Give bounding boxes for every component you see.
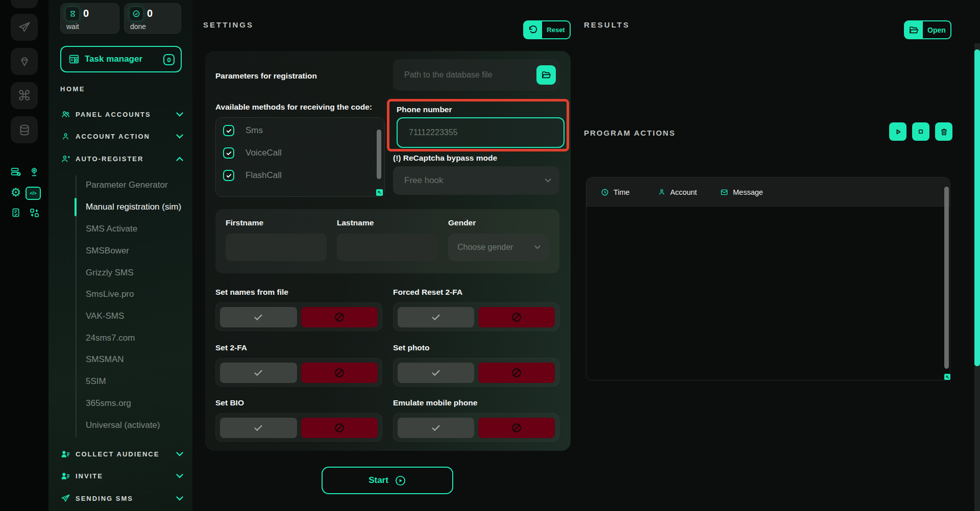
voicecall-checkbox[interactable] (223, 147, 234, 159)
mail-icon (720, 188, 728, 196)
icon-rail: ⌘ ⚙ </> (0, 0, 48, 511)
play-icon (894, 127, 902, 136)
results-title: RESULTS (584, 20, 630, 29)
recaptcha-label: (!) ReCaptcha bypass mode (393, 154, 497, 163)
recaptcha-select[interactable]: Free hook (393, 166, 559, 195)
nav-home[interactable]: HOME (60, 85, 85, 93)
sms-checkbox[interactable] (223, 125, 234, 136)
methods-listbox: Sms VoiceCall FlashCall (215, 117, 385, 197)
gear-icon[interactable]: ⚙ (7, 186, 24, 198)
enable-button[interactable] (220, 307, 297, 327)
enable-button[interactable] (398, 307, 474, 327)
toggle-label-forced-reset-2fa: Forced Reset 2-FA (393, 288, 462, 297)
sidebar-item-panel-accounts[interactable]: PANEL ACCOUNTS (48, 103, 192, 125)
start-button[interactable]: Start (322, 467, 453, 494)
sidebar-item-vak-sms[interactable]: VAK-SMS (86, 308, 188, 325)
app-window: ⌘ ⚙ </> 0 wait 0 done (0, 0, 980, 511)
disable-button[interactable] (301, 418, 378, 438)
settings-title: SETTINGS (203, 20, 254, 29)
stop-actions-button[interactable] (912, 122, 929, 141)
hourglass-icon (66, 7, 79, 20)
sidebar-item-invite[interactable]: INVITE (48, 465, 192, 487)
lastname-input[interactable] (337, 234, 438, 261)
open-button[interactable]: Open (904, 20, 951, 39)
sidebar-item-smslive-pro[interactable]: SmsLive.pro (86, 286, 188, 303)
sidebar-item-collect-audience[interactable]: COLLECT AUDIENCE (48, 443, 192, 465)
open-label: Open (923, 20, 951, 39)
enable-button[interactable] (220, 418, 297, 438)
phone-input[interactable]: 71112223355 (397, 117, 565, 148)
table-resize-grip[interactable] (944, 374, 950, 380)
db-path-input[interactable]: Path to the database file (393, 59, 560, 91)
sidebar-item-manual-registration-sim[interactable]: Manual registration (sim) (86, 198, 188, 216)
sidebar-item-smsman[interactable]: SMSMAN (86, 351, 188, 368)
ban-icon (334, 367, 345, 378)
sidebar-item-auto-register[interactable]: AUTO-REGISTER (48, 147, 192, 170)
doc-check-icon[interactable] (7, 207, 24, 219)
flashcall-checkbox[interactable] (223, 170, 234, 181)
firstname-label: Firstname (226, 218, 263, 227)
disable-button[interactable] (478, 418, 555, 438)
swap-icon[interactable] (26, 207, 43, 219)
task-manager-label: Task manager (85, 54, 142, 64)
toggle-set-bio (215, 413, 382, 442)
command-rail-button[interactable]: ⌘ (11, 82, 38, 109)
table-header-time[interactable]: Time (601, 177, 630, 207)
table-scrollbar[interactable] (944, 187, 949, 369)
reset-button[interactable]: Reset (523, 20, 571, 39)
code-window-icon[interactable]: </> (26, 187, 41, 200)
diamond-rail-button[interactable] (11, 48, 38, 75)
table-header-label: Time (614, 188, 630, 196)
recaptcha-value: Free hook (393, 166, 559, 195)
enable-button[interactable] (220, 363, 297, 383)
lastname-label: Lastname (337, 218, 374, 227)
webcam-icon[interactable] (26, 166, 43, 178)
reset-label: Reset (542, 20, 571, 39)
firstname-input[interactable] (226, 234, 327, 261)
enable-button[interactable] (398, 418, 474, 438)
method-label: Sms (246, 125, 263, 136)
sidebar-item-account-action[interactable]: ACCOUNT ACTION (48, 125, 192, 147)
disable-button[interactable] (478, 307, 555, 327)
sidebar-item-sending-sms[interactable]: SENDING SMS (48, 487, 192, 509)
chevron-down-icon (545, 178, 551, 183)
table-header-account[interactable]: Account (658, 177, 697, 207)
clear-actions-button[interactable] (935, 122, 952, 141)
run-actions-button[interactable] (889, 122, 906, 141)
wait-counter: 0 wait (60, 3, 119, 34)
sidebar-item-365sms[interactable]: 365sms.org (86, 395, 188, 412)
table-header-message[interactable]: Message (720, 177, 763, 207)
page-scrollbar-thumb[interactable] (974, 49, 980, 366)
send-icon (60, 494, 70, 503)
disable-button[interactable] (478, 363, 555, 383)
browse-db-button[interactable] (536, 65, 556, 85)
gender-select[interactable]: Choose gender (448, 234, 549, 261)
toggle-label-set-names: Set names from file (215, 288, 288, 297)
disable-button[interactable] (301, 363, 378, 383)
chevron-down-icon (534, 245, 541, 249)
rail-top-partial-button[interactable] (11, 0, 38, 8)
disable-button[interactable] (301, 307, 378, 327)
sidebar-item-label: SENDING SMS (76, 495, 133, 502)
toggle-set-2fa (215, 358, 382, 387)
sidebar-item-24sms7[interactable]: 24sms7.com (86, 329, 188, 347)
sidebar-item-universal-activate[interactable]: Universal (activate) (86, 417, 188, 434)
toggle-forced-reset-2fa (393, 302, 559, 331)
sidebar-item-smsbower[interactable]: SMSBower (86, 242, 188, 260)
task-manager-button[interactable]: Task manager 0 (60, 46, 182, 72)
sidebar-item-parameter-generator[interactable]: Parameter Generator (86, 176, 188, 194)
send-rail-button[interactable] (11, 14, 38, 41)
sidebar-item-grizzly-sms[interactable]: Grizzly SMS (86, 264, 188, 282)
sidebar-item-5sim[interactable]: 5SIM (86, 373, 188, 390)
toggle-label-emulate-mobile: Emulate mobile phone (393, 398, 477, 407)
database-rail-button[interactable] (11, 116, 38, 143)
toggle-emulate-mobile (393, 413, 559, 442)
enable-button[interactable] (398, 363, 474, 383)
sidebar-item-sms-activate[interactable]: SMS Activate (86, 220, 188, 238)
user-icon (658, 188, 666, 196)
server-check-icon[interactable] (7, 166, 24, 178)
method-row-flashcall: FlashCall (223, 169, 366, 182)
methods-resize-grip[interactable] (376, 189, 383, 196)
methods-scrollbar[interactable] (377, 130, 381, 179)
settings-card: Parameters for registration Path to the … (205, 51, 571, 451)
